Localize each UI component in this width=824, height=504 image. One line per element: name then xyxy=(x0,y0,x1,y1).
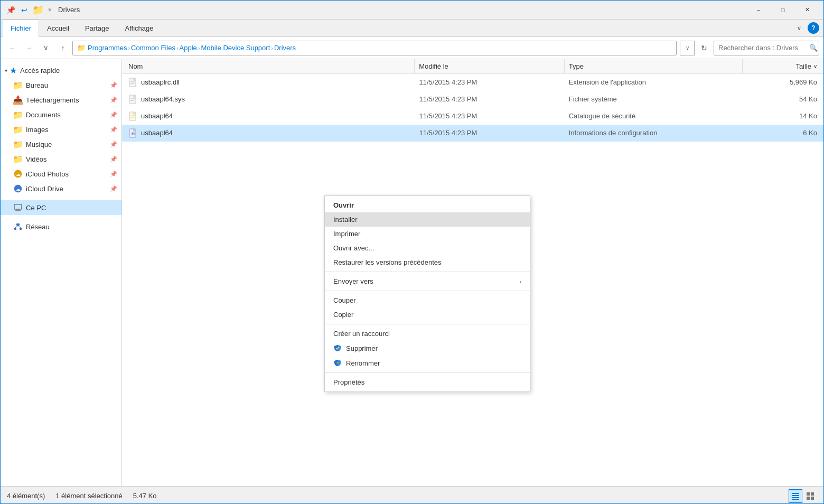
ctx-ouvrir-avec[interactable]: Ouvrir avec... xyxy=(325,241,530,255)
file-type-cat: Catalogue de sécurité xyxy=(565,112,743,120)
ctx-copier[interactable]: Copier xyxy=(325,307,530,322)
file-list-area: Nom Modifié le Type Taille ∨ xyxy=(122,59,823,486)
path-apple[interactable]: Apple xyxy=(180,44,197,52)
ctx-ouvrir[interactable]: Ouvrir xyxy=(325,198,530,212)
pin-music-icon: 📌 xyxy=(110,141,117,148)
status-selected: 1 élément sélectionné xyxy=(55,492,122,500)
sidebar-item-ce-pc[interactable]: Ce PC xyxy=(1,200,121,215)
ribbon-collapse-button[interactable]: ∨ xyxy=(793,22,806,34)
file-name-sys-text: usbaapl64.sys xyxy=(141,95,185,103)
shield-rename-icon xyxy=(333,359,342,367)
file-size-inf: 6 Ko xyxy=(742,129,821,137)
ctx-restaurer[interactable]: Restaurer les versions précédentes xyxy=(325,255,530,269)
ctx-copier-label: Copier xyxy=(333,311,353,319)
sidebar-label-ce-pc: Ce PC xyxy=(26,204,46,212)
file-name-sys: usbaapl64.sys xyxy=(124,95,415,104)
pc-icon xyxy=(13,203,23,212)
file-row-cat[interactable]: usbaapl64 11/5/2015 4:23 PM Catalogue de… xyxy=(122,108,823,125)
ctx-supprimer[interactable]: Supprimer xyxy=(325,341,530,356)
path-common-files[interactable]: Common Files xyxy=(131,44,175,52)
ctx-arrow-icon: › xyxy=(519,278,521,285)
file-type-dll: Extension de l'application xyxy=(565,78,743,86)
ctx-envoyer-vers[interactable]: Envoyer vers › xyxy=(325,274,530,288)
view-toggle-buttons xyxy=(789,489,817,503)
refresh-button[interactable]: ↻ xyxy=(697,41,711,55)
tab-affichage[interactable]: Affichage xyxy=(117,20,161,36)
status-bar: 4 élément(s) 1 élément sélectionné 5.47 … xyxy=(1,486,823,504)
sidebar-item-reseau[interactable]: Réseau xyxy=(1,219,121,234)
path-mobile-device-support[interactable]: Mobile Device Support xyxy=(201,44,270,52)
tab-partage[interactable]: Partage xyxy=(77,20,117,36)
path-programmes[interactable]: Programmes xyxy=(88,44,127,52)
col-header-type[interactable]: Type xyxy=(565,59,743,73)
address-box[interactable]: 📁 Programmes › Common Files › Apple › Mo… xyxy=(72,41,677,55)
svg-rect-30 xyxy=(792,499,799,500)
sidebar-item-bureau[interactable]: 📁 Bureau 📌 xyxy=(1,78,121,92)
undo-icon[interactable]: ↩ xyxy=(18,4,30,16)
col-header-modified[interactable]: Modifié le xyxy=(415,59,565,73)
tab-accueil[interactable]: Accueil xyxy=(39,20,77,36)
context-menu: Ouvrir Installer Imprimer Ouvrir avec...… xyxy=(324,195,530,392)
svg-rect-33 xyxy=(807,497,810,500)
file-row-sys[interactable]: usbaapl64.sys 11/5/2015 4:23 PM Fichier … xyxy=(122,91,823,108)
svg-text:☁: ☁ xyxy=(16,186,21,192)
file-size-cat: 14 Ko xyxy=(742,112,821,120)
cat-icon xyxy=(128,111,138,121)
sidebar-item-videos[interactable]: 📁 Vidéos 📌 xyxy=(1,152,121,166)
col-header-name[interactable]: Nom xyxy=(124,59,415,73)
network-icon xyxy=(13,222,23,231)
ctx-imprimer[interactable]: Imprimer xyxy=(325,227,530,241)
svg-point-24 xyxy=(133,132,134,133)
sidebar-item-musique[interactable]: 📁 Musique 📌 xyxy=(1,137,121,152)
sidebar-item-images[interactable]: 📁 Images 📌 xyxy=(1,122,121,137)
address-dropdown-button[interactable]: ∨ xyxy=(680,41,695,55)
sidebar-label-documents: Documents xyxy=(26,111,61,119)
minimize-button[interactable]: − xyxy=(746,1,771,20)
file-modified-dll: 11/5/2015 4:23 PM xyxy=(415,78,564,86)
ctx-couper[interactable]: Couper xyxy=(325,293,530,307)
ctx-creer-raccourci[interactable]: Créer un raccourci xyxy=(325,326,530,341)
up-button[interactable]: ↑ xyxy=(55,41,70,55)
file-type-sys: Fichier système xyxy=(565,95,743,103)
maximize-button[interactable]: □ xyxy=(771,1,795,20)
forward-button[interactable]: → xyxy=(22,41,36,55)
ctx-proprietes[interactable]: Propriétés xyxy=(325,375,530,389)
sidebar-item-documents[interactable]: 📁 Documents 📌 xyxy=(1,107,121,122)
search-input[interactable] xyxy=(718,44,807,52)
file-row-inf[interactable]: usbaapl64 11/5/2015 4:23 PM Informations… xyxy=(122,125,823,142)
pin-icon[interactable]: 📌 xyxy=(5,4,16,16)
ctx-renommer[interactable]: Renommer xyxy=(325,356,530,370)
close-button[interactable]: ✕ xyxy=(795,1,819,20)
quick-access-header[interactable]: ▾ ★ Accès rapide xyxy=(1,63,121,78)
ctx-installer[interactable]: Installer xyxy=(325,212,530,227)
sidebar-item-telechargements[interactable]: 📥 Téléchargements 📌 xyxy=(1,92,121,107)
path-drivers[interactable]: Drivers xyxy=(274,44,296,52)
star-icon: ★ xyxy=(10,66,17,76)
search-box[interactable]: 🔍 xyxy=(714,41,819,55)
ctx-renommer-label: Renommer xyxy=(346,359,380,367)
col-size-label: Taille xyxy=(795,62,811,70)
col-header-size[interactable]: Taille ∨ xyxy=(743,59,821,73)
file-size-dll: 5,969 Ko xyxy=(742,78,821,86)
file-modified-cat: 11/5/2015 4:23 PM xyxy=(415,112,564,120)
folder-icon[interactable]: 📁 xyxy=(32,4,44,16)
file-row-dll[interactable]: usbaaplrc.dll 11/5/2015 4:23 PM Extensio… xyxy=(122,74,823,91)
svg-rect-31 xyxy=(807,492,810,496)
details-view-button[interactable] xyxy=(789,489,802,503)
history-dropdown-button[interactable]: ∨ xyxy=(39,41,53,55)
file-name-dll: usbaaplrc.dll xyxy=(124,78,415,87)
large-icons-view-button[interactable] xyxy=(803,489,817,503)
svg-rect-25 xyxy=(336,348,339,349)
sidebar-item-icloud-drive[interactable]: ☁ iCloud Drive 📌 xyxy=(1,181,121,196)
title-bar: 📌 ↩ 📁 ▾ Drivers − □ ✕ xyxy=(1,1,823,20)
search-icon[interactable]: 🔍 xyxy=(809,44,818,52)
folder-music-icon: 📁 xyxy=(13,139,23,149)
icloud-photos-icon: ☁ xyxy=(13,169,23,179)
sidebar-item-icloud-photos[interactable]: ☁ iCloud Photos 📌 xyxy=(1,166,121,181)
ctx-creer-raccourci-label: Créer un raccourci xyxy=(333,330,390,338)
help-button[interactable]: ? xyxy=(808,22,819,34)
tab-fichier[interactable]: Fichier xyxy=(3,20,39,37)
sidebar-label-telechargements: Téléchargements xyxy=(26,96,79,104)
back-button[interactable]: ← xyxy=(5,41,20,55)
svg-rect-6 xyxy=(15,210,21,211)
